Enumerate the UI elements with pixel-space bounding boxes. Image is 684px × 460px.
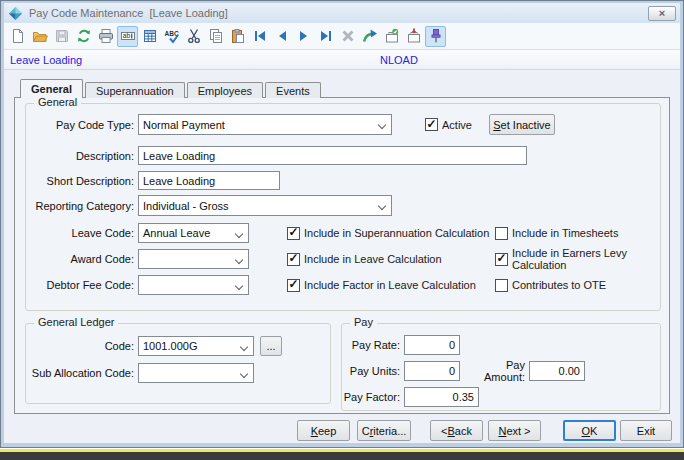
- reporting-category-dropdown[interactable]: Individual - Gross: [138, 195, 392, 216]
- pay-code-type-dropdown[interactable]: Normal Payment: [138, 114, 392, 135]
- open-button[interactable]: [29, 26, 50, 47]
- close-button[interactable]: ×: [648, 6, 676, 21]
- short-description-input[interactable]: Leave Loading: [138, 171, 280, 190]
- tab-superannuation[interactable]: Superannuation: [85, 82, 185, 98]
- back-button[interactable]: < Back: [430, 420, 483, 441]
- new-button[interactable]: [7, 26, 28, 47]
- description-input[interactable]: Leave Loading: [138, 146, 527, 165]
- contributes-ote-label: Contributes to OTE: [512, 279, 606, 291]
- calculator-button[interactable]: [139, 26, 160, 47]
- pay-factor-value: 0.35: [453, 391, 474, 403]
- next-record-button[interactable]: [293, 26, 314, 47]
- chevron-down-icon: [240, 343, 248, 351]
- goto-button[interactable]: [359, 26, 380, 47]
- spellcheck-button[interactable]: ABC: [161, 26, 182, 47]
- pay-amount-input[interactable]: 0.00: [529, 361, 585, 381]
- post-icon: [406, 28, 422, 44]
- tab-events[interactable]: Events: [265, 82, 321, 98]
- include-superannuation-checkbox[interactable]: [287, 227, 300, 240]
- active-label: Active: [442, 119, 472, 131]
- active-checkbox-row[interactable]: Active: [425, 118, 472, 131]
- close-icon: ×: [659, 8, 665, 19]
- field-edit-button[interactable]: ab: [117, 26, 138, 47]
- general-ledger-group: General Ledger Code: 1001.000G ... Sub A…: [25, 323, 331, 404]
- include-factor-leave-checkbox[interactable]: [287, 279, 300, 292]
- include-earners-levy-checkbox[interactable]: [495, 253, 508, 266]
- keep-button[interactable]: Keep: [297, 420, 350, 441]
- pay-code-type-value: Normal Payment: [143, 119, 225, 131]
- active-checkbox[interactable]: [425, 118, 438, 131]
- previous-record-button[interactable]: [271, 26, 292, 47]
- general-group: General Pay Code Type: Normal Payment Ac…: [25, 103, 661, 311]
- goto-icon: [362, 28, 378, 44]
- award-code-dropdown[interactable]: [138, 249, 249, 269]
- description-label: Description:: [26, 150, 134, 162]
- gl-browse-button[interactable]: ...: [260, 336, 282, 356]
- first-record-button[interactable]: [249, 26, 270, 47]
- general-ledger-legend: General Ledger: [34, 316, 118, 328]
- last-record-button[interactable]: [315, 26, 336, 47]
- field-edit-icon: ab: [120, 28, 136, 44]
- pay-group-legend: Pay: [350, 316, 377, 328]
- include-timesheets-checkbox[interactable]: [495, 227, 508, 240]
- tab-general[interactable]: General: [20, 79, 83, 98]
- include-leave-calc-checkbox[interactable]: [287, 253, 300, 266]
- contributes-ote-checkbox[interactable]: [495, 279, 508, 292]
- cut-button[interactable]: [183, 26, 204, 47]
- commit-button[interactable]: [381, 26, 402, 47]
- first-record-icon: [252, 28, 268, 44]
- gl-code-dropdown[interactable]: 1001.000G: [138, 336, 254, 356]
- criteria-button[interactable]: Criteria...: [357, 420, 411, 441]
- short-description-value: Leave Loading: [143, 175, 215, 187]
- calculator-icon: [142, 28, 158, 44]
- pay-units-value: 0: [449, 365, 455, 377]
- exit-button[interactable]: Exit: [620, 420, 672, 441]
- include-factor-leave-checkbox-row[interactable]: Include Factor in Leave Calculation: [287, 279, 476, 292]
- include-timesheets-checkbox-row[interactable]: Include in Timesheets: [495, 227, 618, 240]
- description-value: Leave Loading: [143, 150, 215, 162]
- record-header: Leave Loading NLOAD: [4, 50, 680, 70]
- award-code-label: Award Code:: [26, 253, 134, 265]
- tab-employees[interactable]: Employees: [187, 82, 263, 98]
- pin-icon: [428, 28, 444, 44]
- leave-code-value: Annual Leave: [143, 227, 210, 239]
- ok-button[interactable]: OK: [563, 420, 616, 441]
- tab-bar: General Superannuation Employees Events: [20, 79, 323, 98]
- debtor-fee-code-label: Debtor Fee Code:: [26, 279, 134, 291]
- leave-code-dropdown[interactable]: Annual Leave: [138, 223, 249, 243]
- reporting-category-label: Reporting Category:: [26, 200, 134, 212]
- pay-factor-label: Pay Factor:: [342, 391, 400, 403]
- screen: Pay Code Maintenance [Leave Loading] × a…: [0, 0, 684, 460]
- cut-icon: [186, 28, 202, 44]
- set-inactive-button[interactable]: Set Inactive: [489, 114, 555, 135]
- post-button[interactable]: [403, 26, 424, 47]
- background-yellow-stripe: [0, 448, 684, 452]
- pin-button[interactable]: [425, 26, 446, 47]
- sub-allocation-dropdown[interactable]: [138, 363, 254, 383]
- record-code: NLOAD: [380, 54, 418, 66]
- print-button[interactable]: [95, 26, 116, 47]
- pay-rate-input[interactable]: 0: [404, 335, 460, 355]
- paste-button[interactable]: [227, 26, 248, 47]
- debtor-fee-code-dropdown[interactable]: [138, 275, 249, 295]
- refresh-button[interactable]: [73, 26, 94, 47]
- include-leave-calc-checkbox-row[interactable]: Include in Leave Calculation: [287, 253, 442, 266]
- pay-units-input[interactable]: 0: [404, 361, 460, 381]
- record-description: Leave Loading: [10, 54, 82, 66]
- last-record-icon: [318, 28, 334, 44]
- pay-factor-input[interactable]: 0.35: [404, 387, 479, 407]
- include-earners-levy-checkbox-row[interactable]: Include in Earners Levy Calculation: [495, 247, 662, 271]
- delete-icon: [340, 28, 356, 44]
- include-superannuation-checkbox-row[interactable]: Include in Superannuation Calculation: [287, 227, 489, 240]
- contributes-ote-checkbox-row[interactable]: Contributes to OTE: [495, 279, 606, 292]
- delete-button[interactable]: [337, 26, 358, 47]
- sub-allocation-label: Sub Allocation Code:: [26, 367, 134, 379]
- next-record-icon: [296, 28, 312, 44]
- titlebar[interactable]: Pay Code Maintenance [Leave Loading] ×: [4, 3, 680, 23]
- next-button[interactable]: Next >: [488, 420, 541, 441]
- save-button[interactable]: [51, 26, 72, 47]
- include-factor-leave-label: Include Factor in Leave Calculation: [304, 279, 476, 291]
- pay-amount-value: 0.00: [559, 365, 580, 377]
- copy-button[interactable]: [205, 26, 226, 47]
- include-superannuation-label: Include in Superannuation Calculation: [304, 227, 489, 239]
